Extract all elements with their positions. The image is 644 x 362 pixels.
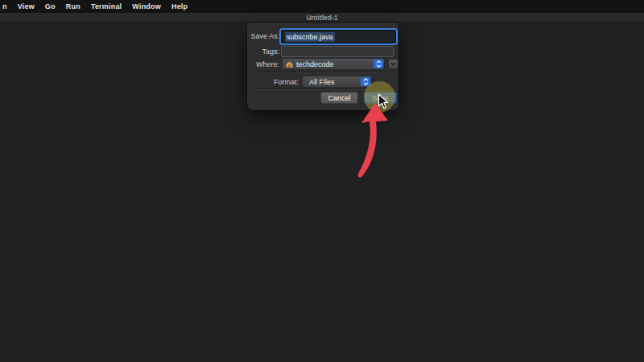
divider	[252, 72, 394, 73]
format-dropdown[interactable]: All Files	[302, 76, 372, 88]
format-value: All Files	[309, 78, 335, 86]
menu-item-view[interactable]: View	[16, 2, 36, 10]
where-dropdown[interactable]: techdecode	[282, 58, 385, 70]
screen: n View Go Run Terminal Window Help Untit…	[0, 0, 644, 362]
home-icon	[286, 61, 293, 68]
mouse-cursor	[378, 93, 389, 110]
where-stepper-icon[interactable]	[374, 60, 383, 68]
filename-selected-text: subscribe.java	[285, 32, 335, 42]
menu-item-terminal[interactable]: Terminal	[89, 2, 123, 10]
menu-bar: n View Go Run Terminal Window Help	[0, 0, 644, 13]
where-label: Where:	[247, 60, 279, 68]
red-arrow-annotation	[345, 98, 401, 185]
tags-input[interactable]	[281, 46, 394, 57]
menu-item-window[interactable]: Window	[130, 2, 163, 10]
save-as-label: Save As:	[247, 32, 279, 40]
format-label: Format:	[247, 78, 299, 86]
menu-item-go[interactable]: Go	[43, 2, 57, 10]
menu-item-run[interactable]: Run	[64, 2, 82, 10]
window-title: Untitled-1	[306, 14, 337, 22]
menu-item-help[interactable]: Help	[170, 2, 189, 10]
menu-item-partial[interactable]: n	[1, 2, 9, 10]
chevron-down-icon	[390, 62, 396, 66]
expand-dialog-button[interactable]	[388, 59, 398, 69]
filename-input[interactable]: subscribe.java	[281, 30, 396, 43]
tags-label: Tags:	[247, 47, 279, 56]
where-value: techdecode	[296, 60, 334, 68]
window-title-bar: Untitled-1	[0, 13, 644, 23]
